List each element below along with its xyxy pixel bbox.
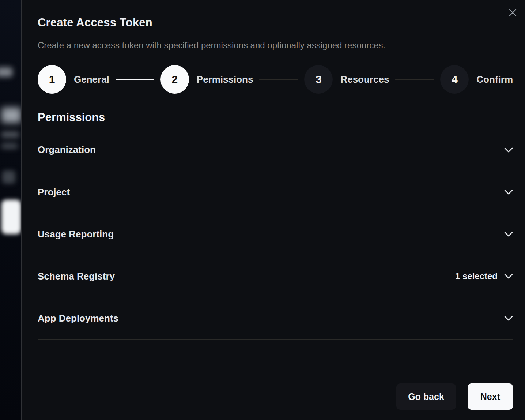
step-resources[interactable]: 3 Resources <box>304 65 389 94</box>
chevron-down-icon <box>504 232 513 237</box>
close-button[interactable] <box>505 5 520 20</box>
background-page <box>0 0 21 420</box>
go-back-button[interactable]: Go back <box>396 383 456 410</box>
chevron-down-icon <box>504 274 513 279</box>
group-label: Schema Registry <box>38 271 455 282</box>
accordion-row-schema-registry[interactable]: Schema Registry 1 selected <box>38 255 513 297</box>
group-label: App Deployments <box>38 313 504 324</box>
step-permissions[interactable]: 2 Permissions <box>160 65 253 94</box>
dialog-footer: Go back Next <box>396 383 513 410</box>
selection-count: 1 selected <box>455 271 498 281</box>
accordion-row-usage-reporting[interactable]: Usage Reporting <box>38 213 513 255</box>
background-blur-text <box>1 132 19 138</box>
step-number-badge: 1 <box>38 65 66 94</box>
permissions-heading: Permissions <box>38 110 513 124</box>
step-connector <box>395 79 434 80</box>
dialog-title: Create Access Token <box>38 0 513 29</box>
close-icon <box>509 9 517 16</box>
chevron-down-icon <box>504 316 513 321</box>
permission-groups: Organization Project Usage Reporting <box>38 127 513 340</box>
step-confirm[interactable]: 4 Confirm <box>440 65 513 94</box>
background-blur-icon <box>2 170 15 184</box>
group-label: Usage Reporting <box>38 229 504 240</box>
background-blur-text <box>1 143 18 149</box>
step-label: Resources <box>340 74 389 85</box>
accordion-row-app-deployments[interactable]: App Deployments <box>38 297 513 340</box>
create-access-token-dialog: Create Access Token Create a new access … <box>21 0 525 420</box>
group-label: Organization <box>38 144 504 155</box>
background-blur-heading <box>1 108 21 123</box>
step-number-badge: 2 <box>160 65 189 94</box>
step-general[interactable]: 1 General <box>38 65 109 94</box>
step-label: General <box>74 74 109 85</box>
step-connector-active <box>116 79 154 80</box>
screen: Create Access Token Create a new access … <box>0 0 525 420</box>
chevron-down-icon <box>504 190 513 195</box>
step-number-badge: 4 <box>440 65 469 94</box>
chevron-down-icon <box>504 147 513 153</box>
stepper: 1 General 2 Permissions 3 Resources 4 Co… <box>38 65 513 94</box>
group-label: Project <box>38 187 504 198</box>
step-label: Permissions <box>197 74 253 85</box>
accordion-row-organization[interactable]: Organization <box>38 127 513 171</box>
background-blur-button <box>1 200 21 234</box>
step-connector <box>259 79 298 80</box>
step-number-badge: 3 <box>304 65 333 94</box>
dialog-subtitle: Create a new access token with specified… <box>38 40 513 50</box>
accordion-row-project[interactable]: Project <box>38 171 513 213</box>
next-button[interactable]: Next <box>468 383 513 410</box>
background-blur-text <box>0 67 12 77</box>
step-label: Confirm <box>476 74 513 85</box>
